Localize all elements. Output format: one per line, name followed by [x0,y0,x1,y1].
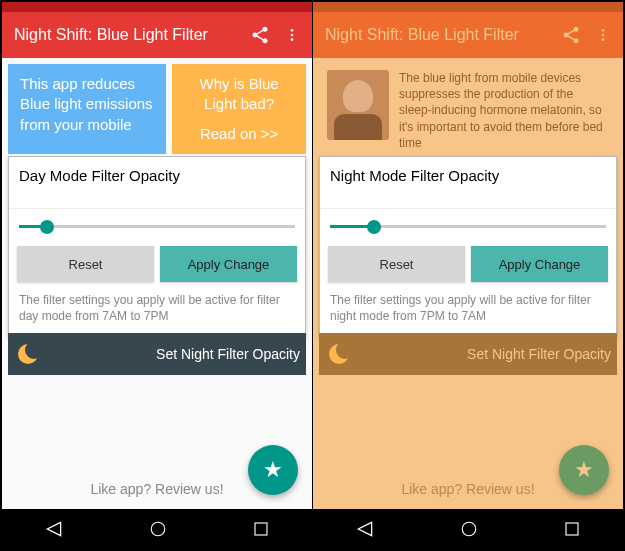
app-title: Night Shift: Blue Light Filter [14,26,236,44]
reset-button[interactable]: Reset [328,246,465,282]
opacity-slider[interactable] [320,209,616,246]
content-area: The blue light from mobile devices suppr… [313,58,623,509]
info-why-link[interactable]: Read on >> [184,124,294,144]
info-box-intro: This app reduces Blue light emissions fr… [8,64,166,154]
nav-back-icon[interactable] [44,519,64,539]
moon-icon [18,344,38,364]
opacity-slider[interactable] [9,209,305,246]
nav-recent-icon[interactable] [563,520,581,538]
apply-change-button[interactable]: Apply Change [471,246,608,282]
share-icon[interactable] [250,25,270,45]
svg-point-8 [462,522,476,536]
avatar [327,70,389,140]
app-bar: Night Shift: Blue Light Filter [313,12,623,58]
opacity-card: Day Mode Filter Opacity Reset Apply Chan… [8,156,306,337]
android-nav-bar [313,509,623,549]
info-why-heading: Why is Blue Light bad? [184,74,294,115]
opacity-card: Night Mode Filter Opacity Reset Apply Ch… [319,156,617,337]
phone-left-day: Night Shift: Blue Light Filter This app … [2,2,313,549]
status-bar [313,2,623,12]
status-bar [2,2,312,12]
app-title: Night Shift: Blue Light Filter [325,26,547,44]
svg-point-5 [602,29,605,32]
nav-recent-icon[interactable] [252,520,270,538]
overflow-menu-icon[interactable] [595,25,611,45]
fab-review-button[interactable]: ★ [559,445,609,495]
star-icon: ★ [263,457,283,483]
fab-review-button[interactable]: ★ [248,445,298,495]
svg-point-6 [602,34,605,37]
star-icon: ★ [574,457,594,483]
card-title: Day Mode Filter Opacity [9,157,305,209]
overflow-menu-icon[interactable] [284,25,300,45]
set-night-filter-bar[interactable]: Set Night Filter Opacity [319,333,617,375]
apply-change-button[interactable]: Apply Change [160,246,297,282]
info-text: The blue light from mobile devices suppr… [399,70,609,151]
nav-home-icon[interactable] [460,520,478,538]
card-title: Night Mode Filter Opacity [320,157,616,209]
svg-point-3 [151,522,165,536]
nav-home-icon[interactable] [149,520,167,538]
app-bar: Night Shift: Blue Light Filter [2,12,312,58]
night-bar-label: Set Night Filter Opacity [467,346,611,362]
svg-point-0 [291,29,294,32]
content-area: This app reduces Blue light emissions fr… [2,58,312,509]
phone-right-night: Night Shift: Blue Light Filter The blue … [313,2,623,549]
info-box-why[interactable]: Why is Blue Light bad? Read on >> [172,64,306,154]
help-text: The filter settings you apply will be ac… [320,282,616,326]
set-night-filter-bar[interactable]: Set Night Filter Opacity [8,333,306,375]
info-row: The blue light from mobile devices suppr… [319,64,617,154]
info-row: This app reduces Blue light emissions fr… [8,64,306,154]
svg-point-1 [291,34,294,37]
nav-back-icon[interactable] [355,519,375,539]
svg-point-2 [291,38,294,41]
share-icon[interactable] [561,25,581,45]
svg-rect-4 [255,523,267,535]
night-bar-label: Set Night Filter Opacity [156,346,300,362]
svg-point-7 [602,38,605,41]
reset-button[interactable]: Reset [17,246,154,282]
android-nav-bar [2,509,312,549]
svg-rect-9 [566,523,578,535]
help-text: The filter settings you apply will be ac… [9,282,305,326]
moon-icon [329,344,349,364]
